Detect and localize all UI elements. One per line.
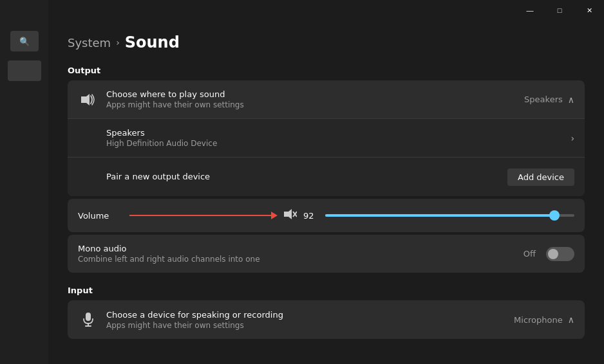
volume-label: Volume	[78, 211, 129, 221]
volume-slider[interactable]	[325, 209, 574, 222]
output-section-label: Output	[68, 66, 585, 75]
pair-device-row: Pair a new output device Add device	[68, 158, 585, 196]
mono-toggle-label: Off	[524, 249, 536, 259]
pair-device-right: Add device	[507, 168, 574, 186]
search-icon: 🔍	[19, 37, 30, 46]
maximize-button[interactable]: □	[545, 0, 574, 21]
breadcrumb: System › Sound	[68, 33, 585, 51]
speakers-content: Speakers High Definition Audio Device	[78, 128, 571, 148]
speakers-title: Speakers	[106, 128, 571, 138]
choose-sound-title: Choose where to play sound	[106, 89, 524, 99]
arrow-head	[271, 212, 278, 219]
chevron-right-icon: ›	[571, 133, 574, 143]
search-box[interactable]: 🔍	[10, 31, 39, 51]
speakers-right: ›	[571, 133, 574, 143]
sidebar: 🔍	[0, 0, 48, 364]
choose-device-content: Choose a device for speaking or recordin…	[106, 310, 514, 330]
mute-icon[interactable]	[284, 209, 297, 222]
svg-rect-4	[86, 313, 91, 321]
title-bar: — □ ✕	[515, 0, 604, 21]
choose-device-row[interactable]: Choose a device for speaking or recordin…	[68, 300, 585, 339]
slider-track	[325, 214, 574, 217]
arrow-line	[129, 215, 271, 216]
volume-card: Volume 92	[68, 199, 585, 232]
choose-sound-content: Choose where to play sound Apps might ha…	[106, 89, 524, 109]
speakers-row[interactable]: Speakers High Definition Audio Device ›	[68, 119, 585, 158]
main-content: System › Sound Output Choose where to pl…	[48, 21, 604, 364]
chevron-up-icon: ∧	[568, 95, 574, 105]
breadcrumb-chevron: ›	[116, 37, 120, 48]
mono-audio-content: Mono audio Combine left and right audio …	[78, 244, 524, 264]
output-card: Choose where to play sound Apps might ha…	[68, 80, 585, 196]
choose-sound-subtitle: Apps might have their own settings	[106, 100, 524, 109]
breadcrumb-current: Sound	[125, 33, 180, 51]
volume-value: 92	[303, 211, 319, 221]
toggle-knob	[548, 249, 558, 259]
mono-audio-row: Mono audio Combine left and right audio …	[68, 235, 585, 273]
close-button[interactable]: ✕	[574, 0, 604, 21]
mono-audio-card: Mono audio Combine left and right audio …	[68, 235, 585, 273]
slider-thumb[interactable]	[549, 210, 560, 221]
choose-sound-row[interactable]: Choose where to play sound Apps might ha…	[68, 80, 585, 119]
svg-marker-1	[284, 209, 292, 219]
mic-icon	[78, 313, 99, 327]
sound-icon	[78, 94, 99, 105]
choose-device-subtitle: Apps might have their own settings	[106, 321, 514, 330]
input-section-label: Input	[68, 286, 585, 295]
mono-audio-toggle[interactable]	[546, 247, 574, 261]
mono-audio-subtitle: Combine left and right audio channels in…	[78, 255, 524, 264]
choose-device-right: Microphone ∧	[514, 314, 574, 325]
pair-device-title: Pair a new output device	[106, 172, 507, 181]
microphone-label: Microphone	[514, 315, 563, 325]
input-chevron-up-icon: ∧	[568, 314, 574, 325]
svg-marker-0	[81, 94, 90, 105]
mono-audio-title: Mono audio	[78, 244, 524, 253]
mono-audio-right: Off	[524, 247, 574, 261]
volume-annotation-arrow	[129, 212, 278, 219]
minimize-button[interactable]: —	[515, 0, 545, 21]
speakers-subtitle: High Definition Audio Device	[106, 139, 571, 148]
choose-device-title: Choose a device for speaking or recordin…	[106, 310, 514, 320]
choose-sound-right: Speakers ∧	[524, 95, 574, 105]
pair-device-content: Pair a new output device	[78, 172, 507, 183]
slider-fill	[325, 214, 554, 217]
speakers-label: Speakers	[524, 95, 563, 104]
volume-controls: 92	[129, 209, 574, 222]
breadcrumb-system: System	[68, 36, 111, 50]
input-card: Choose a device for speaking or recordin…	[68, 300, 585, 339]
sidebar-nav-item[interactable]	[8, 60, 41, 81]
add-device-button[interactable]: Add device	[507, 168, 574, 186]
